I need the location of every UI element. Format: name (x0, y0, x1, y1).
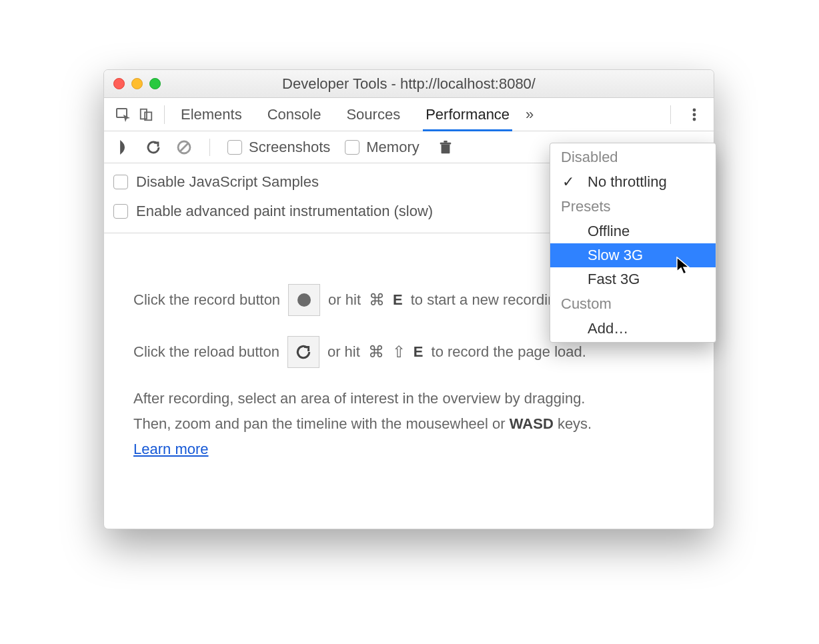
text: to record the page load. (432, 341, 586, 363)
checkbox-icon[interactable] (113, 204, 128, 219)
separator (670, 105, 671, 124)
network-throttling-dropdown[interactable]: Disabled ✓ No throttling Presets Offline… (550, 143, 716, 343)
text: Click the reload button (133, 341, 279, 363)
memory-checkbox[interactable]: Memory (345, 139, 419, 156)
text: or hit (328, 289, 361, 311)
wasd-keys: WASD (510, 415, 554, 432)
dropdown-option-add[interactable]: Add… (550, 317, 716, 341)
record-dot-icon (297, 293, 311, 307)
tabs-overflow[interactable]: » (526, 106, 534, 123)
shift-key-icon: ⇧ (392, 340, 405, 363)
reload-button[interactable] (287, 336, 319, 368)
inspect-element-icon[interactable] (112, 107, 135, 123)
window-traffic-lights (113, 78, 161, 89)
screenshots-label: Screenshots (249, 139, 330, 156)
minimize-window-button[interactable] (131, 78, 143, 89)
checkmark-icon: ✓ (562, 173, 574, 191)
cmd-key-icon: ⌘ (369, 288, 385, 311)
dropdown-option-offline[interactable]: Offline (550, 219, 716, 243)
text: to start a new recording. (411, 289, 568, 311)
svg-point-3 (693, 108, 696, 111)
svg-line-7 (180, 143, 188, 151)
window-title: Developer Tools - http://localhost:8080/ (113, 75, 704, 93)
hint-paragraph-1: After recording, select an area of inter… (133, 388, 684, 409)
dropdown-group-presets: Presets (550, 194, 716, 219)
key-e: E (414, 341, 424, 363)
learn-more-link[interactable]: Learn more (133, 441, 209, 457)
opt-label: Slow 3G (588, 247, 643, 264)
opt-label: Add… (588, 320, 628, 337)
hint-paragraph-2: Then, zoom and pan the timeline with the… (133, 413, 684, 435)
cursor-icon (676, 257, 691, 275)
memory-label: Memory (366, 139, 419, 156)
record-icon[interactable] (119, 140, 131, 155)
checkbox-icon[interactable] (113, 175, 128, 189)
opt-label: Fast 3G (588, 271, 640, 288)
text: Then, zoom and pan the timeline with the… (133, 415, 510, 432)
opt-label: Offline (588, 223, 630, 240)
dropdown-group-custom: Custom (550, 291, 716, 317)
text: keys. (554, 415, 592, 432)
separator (164, 105, 165, 124)
tab-elements[interactable]: Elements (178, 98, 245, 131)
screenshots-checkbox[interactable]: Screenshots (227, 139, 330, 156)
svg-rect-1 (141, 109, 147, 119)
trash-icon[interactable] (438, 139, 453, 155)
svg-rect-8 (441, 144, 450, 153)
record-button[interactable] (288, 284, 320, 316)
panel-tabs: Elements Console Sources Performance (178, 98, 512, 131)
dropdown-group-disabled: Disabled (550, 145, 716, 170)
tab-sources[interactable]: Sources (343, 98, 403, 131)
text: Click the record button (133, 289, 280, 311)
opt-label: No throttling (588, 173, 667, 191)
main-tabbar: Elements Console Sources Performance » (104, 98, 714, 131)
checkbox-icon (227, 140, 242, 155)
kebab-menu-icon[interactable] (683, 107, 706, 123)
reload-icon[interactable] (145, 139, 161, 155)
separator (209, 139, 210, 156)
dropdown-option-no-throttling[interactable]: ✓ No throttling (550, 170, 716, 194)
key-e: E (393, 289, 403, 311)
tab-performance[interactable]: Performance (423, 98, 512, 131)
svg-rect-9 (440, 142, 452, 144)
device-toggle-icon[interactable] (135, 107, 157, 122)
cmd-key-icon: ⌘ (368, 340, 384, 363)
titlebar: Developer Tools - http://localhost:8080/ (104, 70, 714, 98)
clear-icon[interactable] (176, 139, 192, 155)
svg-point-5 (693, 117, 696, 121)
checkbox-icon (345, 140, 359, 155)
tab-console[interactable]: Console (265, 98, 324, 131)
zoom-window-button[interactable] (149, 78, 161, 89)
svg-point-4 (693, 113, 696, 116)
close-window-button[interactable] (113, 78, 125, 89)
text: or hit (327, 341, 360, 363)
svg-rect-10 (444, 140, 448, 142)
